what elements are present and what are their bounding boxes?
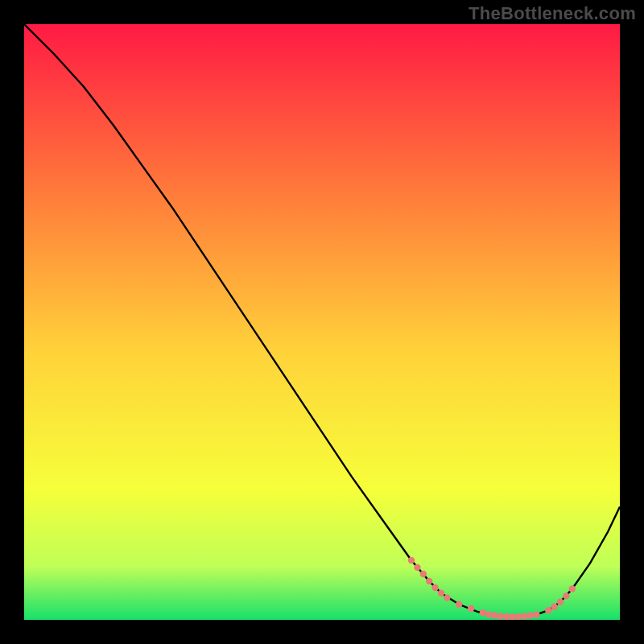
watermark-text: TheBottleneck.com xyxy=(469,3,636,24)
marker-dot xyxy=(557,599,564,605)
chart-frame: { "watermark": "TheBottleneck.com", "col… xyxy=(0,0,644,644)
marker-dot xyxy=(497,613,504,619)
marker-dot xyxy=(569,585,576,592)
marker-dot xyxy=(444,594,450,601)
plot-area xyxy=(24,24,620,620)
marker-dot xyxy=(515,613,522,620)
marker-dot xyxy=(485,611,492,617)
marker-dot xyxy=(491,612,497,618)
marker-dot xyxy=(533,611,539,617)
marker-dot xyxy=(431,584,438,591)
marker-dot xyxy=(480,609,486,616)
marker-dot xyxy=(426,578,432,584)
marker-dot xyxy=(521,613,527,619)
marker-dot xyxy=(468,605,474,612)
marker-dot xyxy=(414,564,420,571)
bottleneck-chart xyxy=(24,24,620,620)
marker-dot xyxy=(545,607,551,613)
marker-dot xyxy=(456,601,462,608)
marker-dot xyxy=(527,612,534,618)
marker-dot xyxy=(503,613,510,620)
marker-dot xyxy=(420,571,427,577)
marker-dot xyxy=(563,592,569,599)
gradient-background xyxy=(24,24,620,620)
marker-dot xyxy=(438,590,444,597)
marker-dot xyxy=(408,557,415,564)
marker-dot xyxy=(551,604,557,610)
